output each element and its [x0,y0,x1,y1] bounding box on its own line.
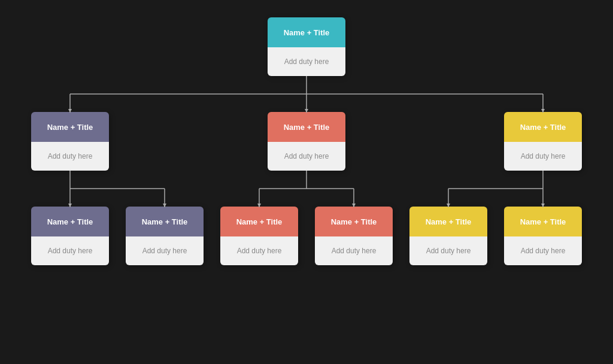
l1-card-0[interactable]: Name + Title Add duty here [31,112,109,171]
l2-5-name-title: Name + Title [520,217,566,226]
l2-3-name-title: Name + Title [331,217,377,226]
l2-card-5[interactable]: Name + Title Add duty here [504,207,582,265]
l1-card-0-header: Name + Title [31,112,109,142]
l2-card-5-body: Add duty here [504,236,582,265]
l2-card-2-body: Add duty here [220,236,298,265]
l2-2-duty: Add duty here [237,247,282,255]
l1-card-2-body: Add duty here [504,142,582,171]
l2-card-2-header: Name + Title [220,207,298,236]
l2-card-4-body: Add duty here [409,236,487,265]
root-name-title: Name + Title [284,28,330,37]
l2-3-duty: Add duty here [332,247,377,255]
l1-card-1-header: Name + Title [268,112,345,142]
l1-0-duty: Add duty here [48,152,93,160]
l2-1-name-title: Name + Title [142,217,188,226]
l2-2-name-title: Name + Title [236,217,283,226]
l1-0-name-title: Name + Title [47,123,93,132]
level-0: Name + Title Add duty here [268,17,345,76]
l2-card-1[interactable]: Name + Title Add duty here [126,207,204,265]
l2-card-2[interactable]: Name + Title Add duty here [220,207,298,265]
l2-card-3[interactable]: Name + Title Add duty here [315,207,393,265]
l2-1-duty: Add duty here [142,247,187,255]
l2-4-name-title: Name + Title [426,217,472,226]
l2-card-4-header: Name + Title [409,207,487,236]
l1-card-1[interactable]: Name + Title Add duty here [268,112,345,171]
l1-card-2-header: Name + Title [504,112,582,142]
l1-2-duty: Add duty here [521,152,566,160]
l2-card-1-body: Add duty here [126,236,204,265]
l2-card-4[interactable]: Name + Title Add duty here [409,207,487,265]
root-duty: Add duty here [284,57,329,66]
root-card[interactable]: Name + Title Add duty here [268,17,345,76]
l2-0-name-title: Name + Title [47,217,93,226]
l2-card-0[interactable]: Name + Title Add duty here [31,207,109,265]
l1-1-duty: Add duty here [284,152,329,160]
branch-0: Name + Title Add duty here [31,112,109,171]
l2-0-duty: Add duty here [48,247,93,255]
l1-1-name-title: Name + Title [284,123,330,132]
l2-card-3-header: Name + Title [315,207,393,236]
l2-card-0-header: Name + Title [31,207,109,236]
l2-5-duty: Add duty here [521,247,566,255]
l1-card-1-body: Add duty here [268,142,345,171]
l2-card-1-header: Name + Title [126,207,204,236]
l1-card-0-body: Add duty here [31,142,109,171]
l2-card-5-header: Name + Title [504,207,582,236]
branch-1: Name + Title Add duty here [268,112,345,171]
l2-card-0-body: Add duty here [31,236,109,265]
l2-4-duty: Add duty here [426,247,471,255]
level-2: Name + Title Add duty here Name + Title … [19,207,594,265]
l1-card-2[interactable]: Name + Title Add duty here [504,112,582,171]
org-chart: Name + Title Add duty here Name + Title … [19,11,594,353]
l1-2-name-title: Name + Title [520,123,566,132]
l2-card-3-body: Add duty here [315,236,393,265]
branch-2: Name + Title Add duty here [504,112,582,171]
root-card-body: Add duty here [268,47,345,76]
level-1: Name + Title Add duty here Name + Title … [19,112,594,171]
root-card-header: Name + Title [268,17,345,47]
